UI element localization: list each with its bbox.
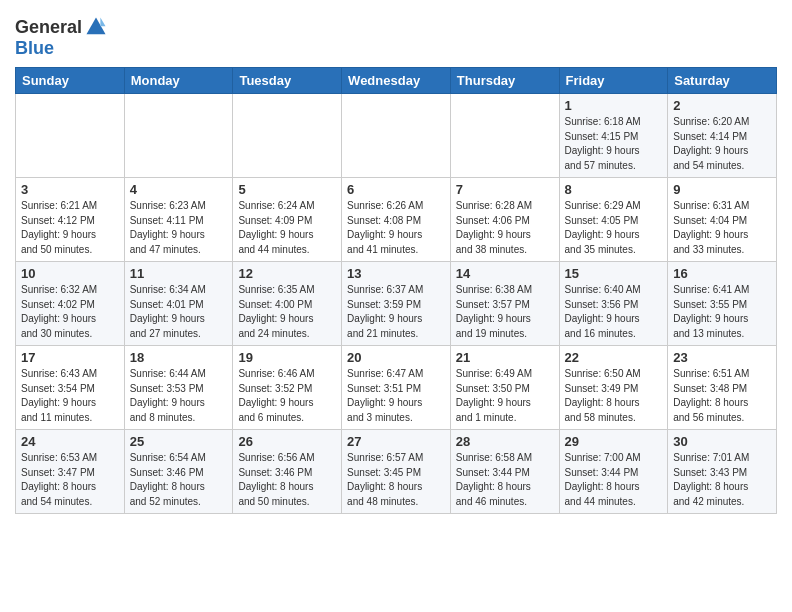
- day-info: Sunrise: 6:26 AM Sunset: 4:08 PM Dayligh…: [347, 199, 445, 257]
- day-cell: [342, 94, 451, 178]
- day-cell: 28Sunrise: 6:58 AM Sunset: 3:44 PM Dayli…: [450, 430, 559, 514]
- day-number: 15: [565, 266, 663, 281]
- day-cell: 30Sunrise: 7:01 AM Sunset: 3:43 PM Dayli…: [668, 430, 777, 514]
- day-number: 28: [456, 434, 554, 449]
- day-info: Sunrise: 6:29 AM Sunset: 4:05 PM Dayligh…: [565, 199, 663, 257]
- day-cell: 14Sunrise: 6:38 AM Sunset: 3:57 PM Dayli…: [450, 262, 559, 346]
- day-cell: 25Sunrise: 6:54 AM Sunset: 3:46 PM Dayli…: [124, 430, 233, 514]
- day-cell: 19Sunrise: 6:46 AM Sunset: 3:52 PM Dayli…: [233, 346, 342, 430]
- week-row-5: 24Sunrise: 6:53 AM Sunset: 3:47 PM Dayli…: [16, 430, 777, 514]
- day-info: Sunrise: 6:37 AM Sunset: 3:59 PM Dayligh…: [347, 283, 445, 341]
- day-number: 19: [238, 350, 336, 365]
- day-info: Sunrise: 6:28 AM Sunset: 4:06 PM Dayligh…: [456, 199, 554, 257]
- calendar-header: SundayMondayTuesdayWednesdayThursdayFrid…: [16, 68, 777, 94]
- day-number: 22: [565, 350, 663, 365]
- day-number: 27: [347, 434, 445, 449]
- day-number: 24: [21, 434, 119, 449]
- day-info: Sunrise: 6:20 AM Sunset: 4:14 PM Dayligh…: [673, 115, 771, 173]
- day-info: Sunrise: 6:57 AM Sunset: 3:45 PM Dayligh…: [347, 451, 445, 509]
- day-cell: 17Sunrise: 6:43 AM Sunset: 3:54 PM Dayli…: [16, 346, 125, 430]
- day-cell: 12Sunrise: 6:35 AM Sunset: 4:00 PM Dayli…: [233, 262, 342, 346]
- day-number: 25: [130, 434, 228, 449]
- col-header-thursday: Thursday: [450, 68, 559, 94]
- day-cell: 5Sunrise: 6:24 AM Sunset: 4:09 PM Daylig…: [233, 178, 342, 262]
- col-header-tuesday: Tuesday: [233, 68, 342, 94]
- day-info: Sunrise: 6:47 AM Sunset: 3:51 PM Dayligh…: [347, 367, 445, 425]
- day-number: 6: [347, 182, 445, 197]
- day-info: Sunrise: 6:23 AM Sunset: 4:11 PM Dayligh…: [130, 199, 228, 257]
- day-info: Sunrise: 6:44 AM Sunset: 3:53 PM Dayligh…: [130, 367, 228, 425]
- day-number: 29: [565, 434, 663, 449]
- day-number: 5: [238, 182, 336, 197]
- logo-blue-row: Blue: [15, 38, 107, 59]
- day-info: Sunrise: 6:54 AM Sunset: 3:46 PM Dayligh…: [130, 451, 228, 509]
- day-cell: 3Sunrise: 6:21 AM Sunset: 4:12 PM Daylig…: [16, 178, 125, 262]
- logo-blue: Blue: [15, 38, 54, 58]
- day-number: 14: [456, 266, 554, 281]
- day-cell: [124, 94, 233, 178]
- day-number: 13: [347, 266, 445, 281]
- day-info: Sunrise: 6:34 AM Sunset: 4:01 PM Dayligh…: [130, 283, 228, 341]
- day-number: 21: [456, 350, 554, 365]
- day-info: Sunrise: 6:40 AM Sunset: 3:56 PM Dayligh…: [565, 283, 663, 341]
- day-cell: 24Sunrise: 6:53 AM Sunset: 3:47 PM Dayli…: [16, 430, 125, 514]
- day-cell: 26Sunrise: 6:56 AM Sunset: 3:46 PM Dayli…: [233, 430, 342, 514]
- day-number: 12: [238, 266, 336, 281]
- day-cell: 7Sunrise: 6:28 AM Sunset: 4:06 PM Daylig…: [450, 178, 559, 262]
- col-header-saturday: Saturday: [668, 68, 777, 94]
- day-number: 1: [565, 98, 663, 113]
- day-info: Sunrise: 6:35 AM Sunset: 4:00 PM Dayligh…: [238, 283, 336, 341]
- day-cell: 2Sunrise: 6:20 AM Sunset: 4:14 PM Daylig…: [668, 94, 777, 178]
- day-cell: 9Sunrise: 6:31 AM Sunset: 4:04 PM Daylig…: [668, 178, 777, 262]
- day-number: 8: [565, 182, 663, 197]
- col-header-wednesday: Wednesday: [342, 68, 451, 94]
- day-number: 10: [21, 266, 119, 281]
- day-info: Sunrise: 6:32 AM Sunset: 4:02 PM Dayligh…: [21, 283, 119, 341]
- day-info: Sunrise: 6:31 AM Sunset: 4:04 PM Dayligh…: [673, 199, 771, 257]
- calendar-body: 1Sunrise: 6:18 AM Sunset: 4:15 PM Daylig…: [16, 94, 777, 514]
- day-cell: 1Sunrise: 6:18 AM Sunset: 4:15 PM Daylig…: [559, 94, 668, 178]
- day-cell: 18Sunrise: 6:44 AM Sunset: 3:53 PM Dayli…: [124, 346, 233, 430]
- col-header-friday: Friday: [559, 68, 668, 94]
- day-number: 26: [238, 434, 336, 449]
- day-number: 16: [673, 266, 771, 281]
- day-cell: 20Sunrise: 6:47 AM Sunset: 3:51 PM Dayli…: [342, 346, 451, 430]
- week-row-1: 1Sunrise: 6:18 AM Sunset: 4:15 PM Daylig…: [16, 94, 777, 178]
- col-header-sunday: Sunday: [16, 68, 125, 94]
- page-header: General Blue: [15, 10, 777, 59]
- day-number: 30: [673, 434, 771, 449]
- day-cell: 22Sunrise: 6:50 AM Sunset: 3:49 PM Dayli…: [559, 346, 668, 430]
- week-row-4: 17Sunrise: 6:43 AM Sunset: 3:54 PM Dayli…: [16, 346, 777, 430]
- day-number: 18: [130, 350, 228, 365]
- day-cell: [16, 94, 125, 178]
- day-cell: 15Sunrise: 6:40 AM Sunset: 3:56 PM Dayli…: [559, 262, 668, 346]
- logo-row: General: [15, 16, 107, 38]
- day-info: Sunrise: 7:01 AM Sunset: 3:43 PM Dayligh…: [673, 451, 771, 509]
- calendar-table: SundayMondayTuesdayWednesdayThursdayFrid…: [15, 67, 777, 514]
- day-info: Sunrise: 6:43 AM Sunset: 3:54 PM Dayligh…: [21, 367, 119, 425]
- day-info: Sunrise: 6:38 AM Sunset: 3:57 PM Dayligh…: [456, 283, 554, 341]
- day-number: 3: [21, 182, 119, 197]
- logo-general: General: [15, 17, 82, 38]
- day-cell: 21Sunrise: 6:49 AM Sunset: 3:50 PM Dayli…: [450, 346, 559, 430]
- day-number: 2: [673, 98, 771, 113]
- day-number: 7: [456, 182, 554, 197]
- day-number: 4: [130, 182, 228, 197]
- day-cell: 6Sunrise: 6:26 AM Sunset: 4:08 PM Daylig…: [342, 178, 451, 262]
- day-cell: 8Sunrise: 6:29 AM Sunset: 4:05 PM Daylig…: [559, 178, 668, 262]
- day-cell: 27Sunrise: 6:57 AM Sunset: 3:45 PM Dayli…: [342, 430, 451, 514]
- day-number: 9: [673, 182, 771, 197]
- week-row-3: 10Sunrise: 6:32 AM Sunset: 4:02 PM Dayli…: [16, 262, 777, 346]
- day-info: Sunrise: 6:46 AM Sunset: 3:52 PM Dayligh…: [238, 367, 336, 425]
- day-cell: 16Sunrise: 6:41 AM Sunset: 3:55 PM Dayli…: [668, 262, 777, 346]
- day-number: 11: [130, 266, 228, 281]
- day-number: 17: [21, 350, 119, 365]
- day-cell: 23Sunrise: 6:51 AM Sunset: 3:48 PM Dayli…: [668, 346, 777, 430]
- day-info: Sunrise: 6:21 AM Sunset: 4:12 PM Dayligh…: [21, 199, 119, 257]
- day-info: Sunrise: 6:50 AM Sunset: 3:49 PM Dayligh…: [565, 367, 663, 425]
- day-info: Sunrise: 6:18 AM Sunset: 4:15 PM Dayligh…: [565, 115, 663, 173]
- week-row-2: 3Sunrise: 6:21 AM Sunset: 4:12 PM Daylig…: [16, 178, 777, 262]
- day-info: Sunrise: 6:24 AM Sunset: 4:09 PM Dayligh…: [238, 199, 336, 257]
- day-info: Sunrise: 6:51 AM Sunset: 3:48 PM Dayligh…: [673, 367, 771, 425]
- logo-icon: [85, 16, 107, 38]
